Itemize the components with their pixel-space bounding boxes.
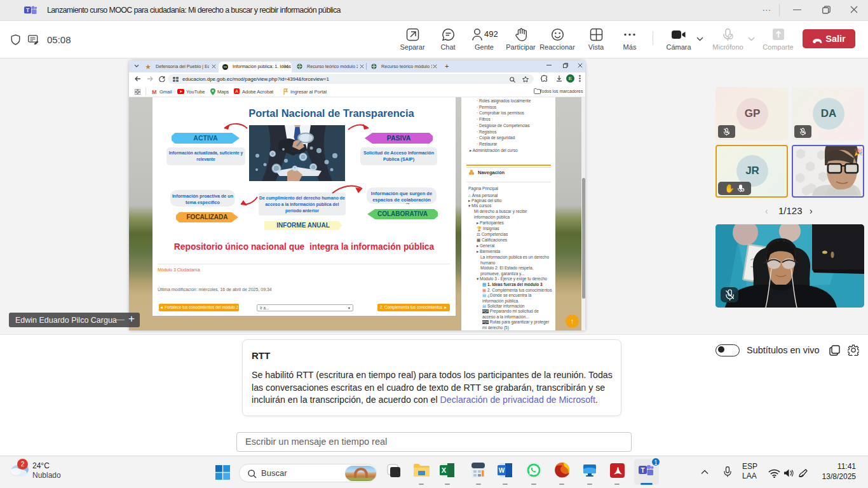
svg-text:T: T [26,7,30,13]
svg-text:🎉: 🎉 [854,147,862,156]
